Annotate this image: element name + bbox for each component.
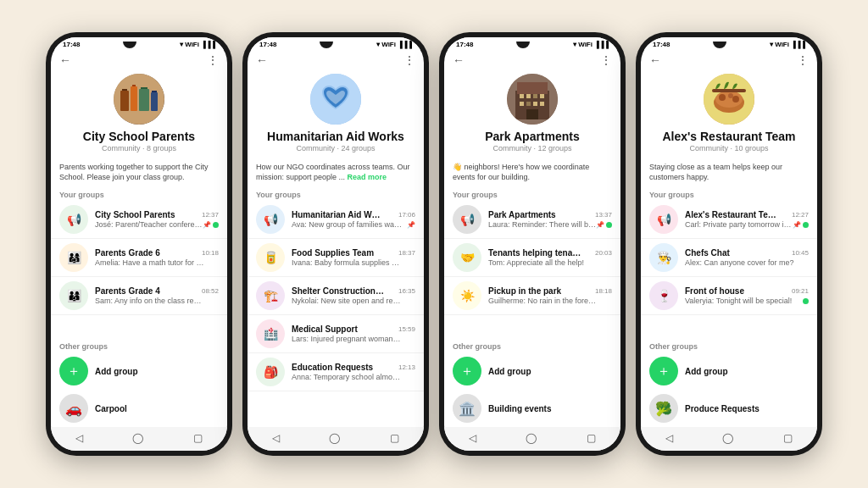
add-group-item[interactable]: ＋ Add group [444,352,620,390]
nav-recent-icon[interactable]: ▢ [193,432,203,444]
group-time: 16:35 [398,287,415,295]
back-icon[interactable]: ← [649,53,661,67]
svg-point-26 [728,93,733,98]
online-dot [213,222,219,228]
group-item[interactable]: 🤝 Tenants helping tenants 20:03 Tom: App… [444,239,620,277]
other-group-item[interactable]: 🚗 Carpool [51,390,227,427]
group-info: City School Parents 12:37 José: Parent/T… [95,210,219,229]
group-item[interactable]: 👨‍👩‍👦 Parents Grade 4 08:52 Sam: Any inf… [51,277,227,315]
nav-back-icon[interactable]: ◁ [665,432,673,444]
community-avatar [310,74,361,125]
status-time: 17:48 [653,41,670,48]
nav-home-icon[interactable]: ◯ [722,432,733,444]
group-time: 12:13 [398,363,415,371]
add-group-item[interactable]: ＋ Add group [51,352,227,390]
group-avatar: ☀️ [453,281,481,310]
status-icons: ▾WiFi▐▐▐ [376,41,412,48]
group-avatar: 🤝 [453,243,481,272]
more-icon[interactable]: ⋮ [207,53,219,67]
group-time: 10:45 [792,249,809,257]
pinned-icon: 📌 [203,221,211,229]
group-msg: Anna: Temporary school almost comp... [292,373,402,381]
nav-back-icon[interactable]: ◁ [75,432,83,444]
nav-home-icon[interactable]: ◯ [329,432,340,444]
group-name: Education Requests [292,363,373,372]
nav-back-icon[interactable]: ◁ [272,432,280,444]
group-item[interactable]: 📢 Alex's Restaurant Team 12:27 Carl: Pri… [641,201,817,239]
back-icon[interactable]: ← [256,53,268,67]
add-group-label: Add group [488,367,531,376]
svg-point-25 [719,94,726,101]
bottom-bar: ◁ ◯ ▢ [248,427,424,451]
nav-recent-icon[interactable]: ▢ [390,432,399,444]
nav-home-icon[interactable]: ◯ [526,432,537,444]
phone-3: 17:48 ▾WiFi▐▐▐ ← ⋮ [439,32,626,456]
group-name: Front of house [685,286,744,296]
group-info: Chefs Chat 10:45 Alex: Can anyone cover … [685,248,809,267]
group-name: Parents Grade 6 [95,248,160,258]
more-icon[interactable]: ⋮ [797,53,809,67]
other-group-item[interactable]: 🥦 Produce Requests [641,390,817,427]
group-item[interactable]: ☀️ Pickup in the park 18:18 Guilherme: N… [444,277,620,315]
group-name: Chefs Chat [685,248,730,258]
more-icon[interactable]: ⋮ [403,53,415,67]
community-avatar [704,74,754,125]
group-item[interactable]: 👨‍🍳 Chefs Chat 10:45 Alex: Can anyone co… [641,239,817,277]
group-avatar: 👨‍👩‍👧 [59,243,88,272]
top-bar: ← ⋮ [444,50,620,70]
more-icon[interactable]: ⋮ [600,53,612,67]
group-item[interactable]: 🏥 Medical Support 15:59 Lars: Injured pr… [248,315,424,353]
community-desc: 👋 neighbors! Here's how we coordinate ev… [444,159,620,187]
pinned-icon: 📌 [793,221,801,229]
your-groups-label: Your groups [248,187,424,201]
bottom-bar: ◁ ◯ ▢ [444,427,620,451]
notch [713,42,726,48]
add-group-item[interactable]: ＋ Add group [641,352,817,390]
community-name: Alex's Restaurant Team [662,130,795,143]
group-item[interactable]: 🍷 Front of house 09:21 Valeryia: Tonight… [641,277,817,315]
group-msg: Laura: Reminder: There will be... [488,220,596,229]
group-time: 08:52 [202,287,219,295]
community-header: City School Parents Community · 8 groups [51,70,227,159]
community-meta: Community · 8 groups [102,144,176,152]
group-time: 10:18 [202,249,219,257]
community-name: Park Apartments [485,130,580,143]
group-avatar: 📢 [649,205,678,234]
group-msg: Tom: Appreciate all the help! [488,258,584,267]
notch [123,42,136,48]
notch [516,42,530,48]
group-name: Medical Support [292,324,358,334]
back-icon[interactable]: ← [59,53,71,67]
other-group-label: Building events [488,404,551,413]
nav-home-icon[interactable]: ◯ [132,432,143,444]
group-list: 📢 City School Parents 12:37 José: Parent… [51,201,227,339]
group-msg: Amelia: Have a math tutor for the... [95,258,205,267]
group-item[interactable]: 👨‍👩‍👧 Parents Grade 6 10:18 Amelia: Have… [51,239,227,277]
other-groups-label: Other groups [641,339,817,352]
status-time: 17:48 [456,41,473,48]
back-icon[interactable]: ← [453,53,465,67]
svg-rect-2 [122,89,127,91]
group-time: 15:59 [398,325,415,333]
svg-rect-19 [533,102,537,106]
group-item[interactable]: 🎒 Education Requests 12:13 Anna: Tempora… [248,353,424,391]
phone-screen: 17:48 ▾WiFi▐▐▐ ← ⋮ Humanitarian Aid Work… [248,37,424,451]
group-info: Park Apartments 13:37 Laura: Reminder: T… [488,210,612,229]
nav-recent-icon[interactable]: ▢ [783,432,793,444]
svg-rect-17 [520,102,524,106]
pinned-icon: 📌 [407,221,415,229]
group-item[interactable]: 🏗️ Shelter Construction Team 16:35 Nykol… [248,277,424,315]
group-item[interactable]: 🥫 Food Supplies Team 18:37 Ivana: Baby f… [248,239,424,277]
other-group-icon: 🥦 [649,394,678,423]
community-header: Park Apartments Community · 12 groups [444,70,620,159]
read-more-link[interactable]: Read more [348,173,387,181]
nav-back-icon[interactable]: ◁ [469,432,476,444]
group-item[interactable]: 📢 Humanitarian Aid Works 17:06 Ava: New … [248,201,424,239]
status-bar: 17:48 ▾WiFi▐▐▐ [248,37,424,50]
other-group-item[interactable]: 🏛️ Building events [444,390,620,427]
group-item[interactable]: 📢 City School Parents 12:37 José: Parent… [51,201,227,239]
group-item[interactable]: 📢 Park Apartments 13:37 Laura: Reminder:… [444,201,620,239]
group-name: Food Supplies Team [292,248,374,258]
svg-rect-21 [526,109,538,119]
nav-recent-icon[interactable]: ▢ [587,432,596,444]
